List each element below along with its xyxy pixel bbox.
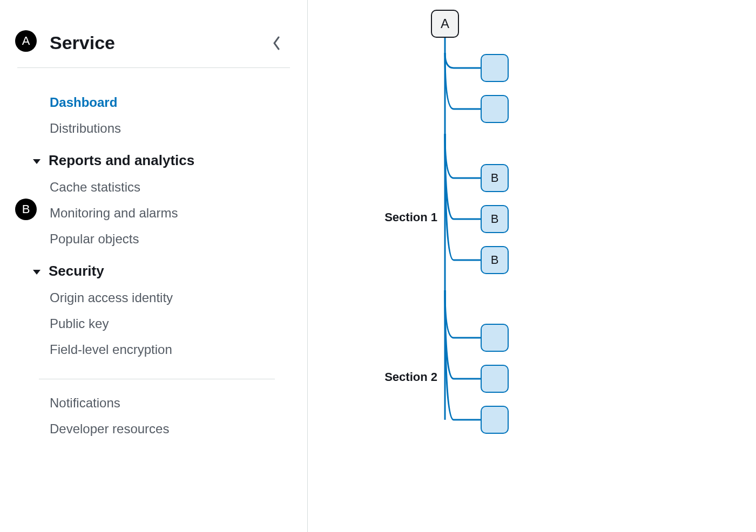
tree-node: B [481,164,509,192]
caret-down-icon [32,263,41,279]
nav-link-public-key[interactable]: Public key [17,311,290,337]
nav-link-distributions[interactable]: Distributions [17,115,290,141]
annotation-badge-b: B [15,199,37,220]
nav-link-field-level-encryption[interactable]: Field-level encryption [17,337,290,363]
caret-down-icon [32,152,41,169]
tree-node [481,406,509,434]
collapse-sidebar-button[interactable] [268,35,285,51]
nav-link-notifications[interactable]: Notifications [17,390,290,416]
nav-link-popular-objects[interactable]: Popular objects [17,226,290,252]
sidebar-header: Service [17,16,290,68]
chevron-left-icon [272,36,281,51]
diagram-panel: A Section 1 B B B Section 2 [308,0,756,532]
tree-node [481,95,509,123]
tree-node: B [481,205,509,233]
tree-node: B [481,246,509,274]
nav-link-origin-access-identity[interactable]: Origin access identity [17,285,290,311]
nav-link-cache-statistics[interactable]: Cache statistics [17,174,290,200]
section-title-security: Security [49,263,104,279]
sidebar-panel: A B Service Dashboard Distributions Repo… [0,0,308,532]
section-toggle-reports[interactable]: Reports and analytics [17,141,290,174]
annotation-badge-a: A [15,30,37,52]
tree-node [481,54,509,82]
tree-connectors [362,10,578,452]
section-title-reports: Reports and analytics [49,152,194,169]
tree-root-node: A [431,10,459,38]
diagram-section-1-label: Section 1 [367,210,437,224]
sidebar-nav: Dashboard Distributions Reports and anal… [0,68,307,442]
section-toggle-security[interactable]: Security [17,252,290,285]
nav-link-monitoring-alarms[interactable]: Monitoring and alarms [17,200,290,226]
nav-divider [39,379,275,379]
service-title: Service [50,32,115,53]
nav-link-developer-resources[interactable]: Developer resources [17,416,290,442]
nav-link-dashboard[interactable]: Dashboard [17,90,290,115]
tree-node [481,365,509,393]
tree-node [481,324,509,352]
diagram-section-2-label: Section 2 [367,370,437,384]
